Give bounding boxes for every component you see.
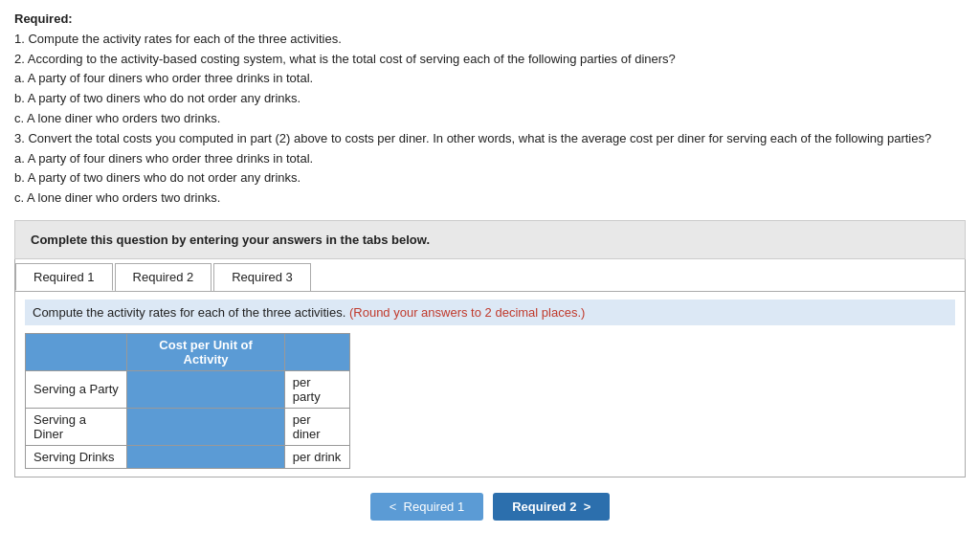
next-button[interactable]: Required 2 > — [493, 493, 610, 521]
activity-serving-drinks: Serving Drinks — [26, 445, 127, 468]
unit-diner: per diner — [284, 408, 349, 445]
intro-line-9: c. A lone diner who orders two drinks. — [14, 190, 220, 205]
nav-buttons: < Required 1 Required 2 > — [14, 493, 966, 521]
intro-line-5: c. A lone diner who orders two drinks. — [14, 111, 220, 125]
intro-line-3: a. A party of four diners who order thre… — [14, 71, 313, 85]
next-arrow: > — [584, 500, 591, 514]
prev-arrow: < — [390, 500, 397, 514]
unit-drinks: per drink — [284, 445, 349, 468]
intro-line-1: 1. Compute the activity rates for each o… — [14, 32, 342, 46]
compute-instruction: Compute the activity rates for each of t… — [25, 300, 955, 325]
tab-required-1[interactable]: Required 1 — [15, 263, 113, 291]
required-label: Required: — [14, 11, 73, 26]
input-cell-drinks — [127, 445, 284, 468]
next-label: Required 2 — [512, 500, 576, 514]
table-row: Serving a Party per party — [26, 370, 350, 408]
tab-required-2[interactable]: Required 2 — [115, 263, 212, 291]
activity-table: Cost per Unit of Activity Serving a Part… — [25, 333, 350, 469]
tab-content: Compute the activity rates for each of t… — [15, 292, 965, 477]
input-cell-diner — [127, 408, 284, 445]
serving-diner-input[interactable] — [131, 417, 208, 435]
col-cost-per-unit: Cost per Unit of Activity — [127, 333, 284, 370]
prev-button[interactable]: < Required 1 — [370, 493, 483, 521]
unit-party: per party — [284, 370, 349, 408]
intro-line-4: b. A party of two diners who do not orde… — [14, 91, 301, 105]
intro-line-2: 2. According to the activity-based costi… — [14, 52, 676, 66]
serving-party-input[interactable] — [131, 380, 208, 398]
activity-serving-party: Serving a Party — [26, 370, 127, 408]
table-row: Serving a Diner per diner — [26, 408, 350, 445]
serving-drinks-input[interactable] — [131, 448, 208, 466]
prev-label: Required 1 — [404, 500, 465, 514]
col-activity — [26, 333, 127, 370]
instruction-box: Complete this question by entering your … — [14, 220, 966, 259]
input-cell-party — [127, 370, 284, 408]
intro-line-8: b. A party of two diners who do not orde… — [14, 170, 301, 185]
activity-serving-diner: Serving a Diner — [26, 408, 127, 445]
compute-text: Compute the activity rates for each of t… — [33, 305, 345, 320]
intro-line-6: 3. Convert the total costs you computed … — [14, 131, 931, 145]
tabs-row: Required 1 Required 2 Required 3 — [15, 259, 965, 292]
col-unit — [284, 333, 349, 370]
tabs-container: Required 1 Required 2 Required 3 Compute… — [14, 259, 966, 477]
table-row: Serving Drinks per drink — [26, 445, 350, 468]
intro-line-7: a. A party of four diners who order thre… — [14, 151, 313, 166]
tab-required-3[interactable]: Required 3 — [213, 263, 311, 291]
round-note: (Round your answers to 2 decimal places.… — [349, 305, 585, 320]
